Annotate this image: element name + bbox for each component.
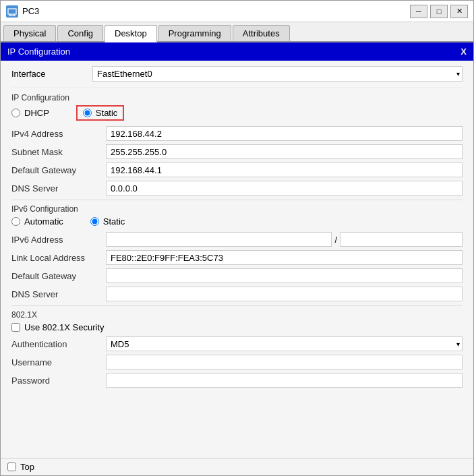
dhcp-radio[interactable] — [11, 109, 20, 117]
username-label: Username — [11, 357, 106, 367]
ipv4-address-input[interactable] — [106, 126, 463, 141]
interface-select-wrap: FastEthernet0 ▾ — [92, 66, 463, 82]
top-label: Top — [20, 462, 34, 472]
ipv6-default-gateway-row: Default Gateway — [11, 268, 463, 283]
link-local-row: Link Local Address — [11, 250, 463, 265]
password-input[interactable] — [106, 373, 463, 388]
ipv6-addr-inputs: / — [106, 232, 463, 247]
minimize-button[interactable]: ─ — [410, 5, 427, 18]
use-802-row: Use 802.1X Security — [11, 322, 463, 332]
automatic-radio[interactable] — [11, 217, 20, 226]
authentication-select[interactable]: MD5 — [106, 336, 463, 351]
ipv6-address-input[interactable] — [106, 232, 332, 247]
automatic-option[interactable]: Automatic — [11, 216, 63, 227]
app-icon — [6, 5, 18, 18]
divider-2 — [11, 305, 463, 306]
default-gateway-row: Default Gateway — [11, 162, 463, 177]
main-window: PC3 ─ □ ✕ Physical Config Desktop Progra… — [0, 0, 474, 476]
dhcp-option[interactable]: DHCP — [11, 108, 49, 118]
ipv6-mode-radio-row: Automatic Static — [11, 216, 463, 227]
tab-physical[interactable]: Physical — [3, 25, 56, 41]
ip-config-header: IP Configuration X — [1, 42, 473, 61]
static-label: Static — [96, 108, 118, 118]
static-option[interactable]: Static — [83, 108, 118, 118]
tab-bar: Physical Config Desktop Programming Attr… — [1, 22, 473, 42]
interface-select[interactable]: FastEthernet0 — [92, 66, 463, 82]
interface-label: Interface — [11, 69, 92, 79]
ipv6-dns-input[interactable] — [106, 287, 463, 301]
dot1x-section-title: 802.1X — [11, 310, 463, 320]
main-layout: IP Configuration X Interface FastEtherne… — [1, 42, 473, 458]
ipv6-default-gateway-label: Default Gateway — [11, 271, 106, 281]
form-area: Interface FastEthernet0 ▾ IP Configurati… — [1, 61, 473, 396]
username-input[interactable] — [106, 355, 463, 369]
dns-server-row: DNS Server — [11, 181, 463, 196]
close-button[interactable]: ✕ — [450, 5, 468, 18]
ipv6-dns-row: DNS Server — [11, 287, 463, 301]
use-802-checkbox[interactable] — [11, 323, 20, 332]
ipv6-section-title: IPv6 Configuration — [11, 204, 463, 214]
divider-1 — [11, 200, 463, 200]
top-checkbox[interactable] — [7, 463, 16, 471]
subnet-mask-input[interactable] — [106, 144, 463, 159]
ipv6-static-option[interactable]: Static — [90, 216, 125, 227]
dns-server-label: DNS Server — [11, 183, 106, 194]
subnet-mask-row: Subnet Mask — [11, 144, 463, 159]
ipv6-prefix-input[interactable] — [340, 232, 463, 247]
tab-programming[interactable]: Programming — [158, 25, 231, 41]
ip-mode-radio-row: DHCP Static — [11, 105, 463, 121]
ip-config-title: IP Configuration — [7, 47, 70, 57]
static-radio[interactable] — [83, 109, 92, 117]
ipv4-address-row: IPv4 Address — [11, 126, 463, 141]
tab-desktop[interactable]: Desktop — [105, 25, 157, 42]
automatic-label: Automatic — [24, 216, 63, 227]
link-local-label: Link Local Address — [11, 253, 106, 263]
ip-config-close-button[interactable]: X — [461, 47, 467, 57]
password-label: Password — [11, 376, 106, 386]
window-controls: ─ □ ✕ — [410, 5, 468, 18]
ipv6-dns-label: DNS Server — [11, 289, 106, 299]
ip-configuration-section-title: IP Configuration — [11, 93, 463, 102]
ipv6-static-label: Static — [103, 216, 125, 227]
subnet-mask-label: Subnet Mask — [11, 147, 106, 157]
ipv6-slash: / — [334, 235, 337, 245]
default-gateway-label: Default Gateway — [11, 165, 106, 175]
window-title: PC3 — [22, 6, 410, 16]
dhcp-label: DHCP — [24, 108, 49, 118]
ipv6-default-gateway-input[interactable] — [106, 268, 463, 283]
top-checkbox-row: Top — [7, 462, 34, 472]
use-802-label: Use 802.1X Security — [24, 322, 105, 332]
form-scroll: IP Configuration X Interface FastEtherne… — [1, 42, 473, 458]
ipv6-address-label: IPv6 Address — [11, 235, 106, 245]
static-box: Static — [76, 105, 125, 121]
auth-select-wrap: MD5 ▾ — [106, 336, 463, 351]
default-gateway-input[interactable] — [106, 162, 463, 177]
interface-row: Interface FastEthernet0 ▾ — [11, 66, 463, 88]
password-row: Password — [11, 373, 463, 388]
authentication-row: Authentication MD5 ▾ — [11, 336, 463, 351]
svg-rect-0 — [8, 9, 16, 14]
title-bar: PC3 ─ □ ✕ — [1, 1, 473, 22]
maximize-button[interactable]: □ — [430, 5, 448, 18]
tab-attributes[interactable]: Attributes — [233, 25, 290, 41]
link-local-input[interactable] — [106, 250, 463, 265]
bottom-bar: Top — [1, 458, 473, 475]
ipv6-static-radio[interactable] — [90, 217, 99, 226]
dns-server-input[interactable] — [106, 181, 463, 196]
ipv6-address-row: IPv6 Address / — [11, 232, 463, 247]
tab-config[interactable]: Config — [57, 25, 103, 41]
ipv4-address-label: IPv4 Address — [11, 129, 106, 139]
username-row: Username — [11, 355, 463, 369]
authentication-label: Authentication — [11, 339, 106, 349]
